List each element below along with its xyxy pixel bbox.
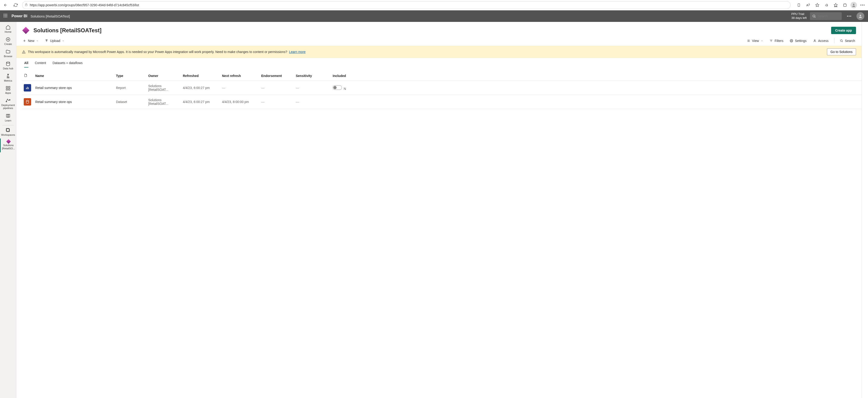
nav-home[interactable]: Home	[0, 23, 16, 35]
nav-current-workspace[interactable]: Solutions [RetailSO...	[0, 138, 16, 152]
more-options-icon[interactable]	[845, 12, 853, 20]
upload-icon	[45, 39, 48, 42]
search-icon	[840, 39, 843, 42]
nav-create[interactable]: Create	[0, 35, 16, 48]
cell-next-refresh: —	[220, 81, 259, 95]
nav-workspaces-label: Workspaces	[1, 133, 15, 136]
brand-label: Power BI	[11, 14, 27, 18]
favorites-icon[interactable]	[832, 1, 839, 9]
item-type-icon	[24, 84, 31, 92]
cell-name[interactable]: Retail summary store ops	[33, 95, 114, 109]
main-content: Solutions [RetailSOATest] Create app New…	[17, 22, 862, 398]
star-icon[interactable]	[814, 1, 821, 9]
svg-point-42	[840, 40, 842, 41]
filters-button[interactable]: Filters	[769, 38, 784, 43]
search-icon	[812, 14, 816, 18]
nav-browse[interactable]: Browse	[0, 48, 16, 60]
list-icon	[747, 39, 750, 42]
upload-button[interactable]: Upload	[44, 38, 65, 43]
table-row[interactable]: Retail summary store opsReportSolutions …	[22, 81, 862, 95]
cell-sensitivity: —	[294, 95, 331, 109]
svg-point-12	[813, 15, 815, 17]
col-sensitivity[interactable]: Sensitivity	[294, 71, 331, 81]
more-icon[interactable]	[859, 1, 866, 9]
read-aloud-icon[interactable]: A))	[804, 1, 812, 9]
settings-button[interactable]: Settings	[789, 38, 808, 43]
breadcrumb[interactable]: Solutions [RetailSOATest]	[30, 14, 70, 18]
col-endorsement[interactable]: Endorsement	[259, 71, 294, 81]
nav-home-label: Home	[5, 30, 11, 33]
toolbar: New Upload View Filters Settings	[17, 37, 862, 46]
nav-data-hub[interactable]: Data hub	[0, 60, 16, 72]
svg-rect-48	[28, 87, 29, 89]
nav-apps[interactable]: Apps	[0, 84, 16, 97]
nav-deployment-pipelines[interactable]: Deployment pipelines	[0, 97, 16, 112]
workspace-icon	[6, 139, 11, 144]
svg-marker-3	[834, 3, 838, 7]
chevron-down-icon	[36, 40, 38, 42]
tab-all[interactable]: All	[24, 61, 28, 68]
warning-icon	[22, 50, 26, 54]
tab-content[interactable]: Content	[35, 61, 46, 68]
svg-line-43	[842, 41, 843, 42]
go-to-solutions-button[interactable]: Go to Solutions	[827, 48, 856, 55]
nav-metrics[interactable]: Metrics	[0, 72, 16, 84]
col-refreshed[interactable]: Refreshed	[181, 71, 220, 81]
svg-point-15	[849, 16, 849, 16]
url-input[interactable]	[30, 3, 788, 7]
cell-type: Dataset	[114, 95, 146, 109]
learn-more-link[interactable]: Learn more	[289, 50, 306, 54]
tab-datasets-dataflows[interactable]: Datasets + dataflows	[53, 61, 83, 68]
svg-point-16	[850, 16, 851, 16]
col-included[interactable]: Included	[331, 71, 862, 81]
cell-endorsement: —	[259, 95, 294, 109]
svg-rect-0	[25, 4, 27, 6]
svg-rect-23	[8, 87, 10, 88]
refresh-button[interactable]	[12, 1, 19, 9]
app-mode-icon[interactable]	[795, 1, 803, 9]
table-row[interactable]: Retail summary store opsDatasetSolutions…	[22, 95, 862, 109]
nav-workspaces[interactable]: Workspaces	[0, 126, 16, 138]
account-avatar[interactable]	[857, 12, 864, 20]
cell-included[interactable]: N	[331, 81, 862, 95]
create-app-button[interactable]: Create app	[831, 27, 856, 34]
right-sidebar-collapsed	[862, 22, 868, 398]
col-name[interactable]: Name	[33, 71, 114, 81]
svg-point-9	[860, 5, 861, 5]
svg-point-41	[814, 40, 815, 41]
svg-point-8	[853, 4, 855, 5]
svg-rect-22	[6, 87, 8, 88]
cell-included[interactable]	[331, 95, 862, 109]
nav-learn[interactable]: Learn	[0, 112, 16, 124]
banner-text: This workspace is automatically managed …	[28, 50, 287, 54]
col-next-refresh[interactable]: Next refresh	[220, 71, 259, 81]
svg-point-49	[26, 100, 29, 101]
included-toggle[interactable]	[333, 85, 342, 90]
cell-type: Report	[114, 81, 146, 95]
view-button[interactable]: View	[746, 38, 764, 43]
cell-name[interactable]: Retail summary store ops	[33, 81, 114, 95]
col-type[interactable]: Type	[114, 71, 146, 81]
extensions-icon[interactable]	[823, 1, 830, 9]
nav-current-ws-label-2: [RetailSO...	[2, 147, 15, 150]
url-bar[interactable]	[22, 1, 790, 9]
access-button[interactable]: Access	[812, 38, 830, 43]
info-banner: This workspace is automatically managed …	[17, 46, 862, 58]
search-button[interactable]: Search	[839, 38, 856, 43]
new-button[interactable]: New	[22, 38, 39, 43]
col-owner[interactable]: Owner	[146, 71, 181, 81]
nav-current-ws-label-1: Solutions	[2, 144, 15, 147]
gear-icon	[790, 39, 793, 42]
collections-icon[interactable]	[841, 1, 849, 9]
global-search-input[interactable]	[818, 14, 836, 18]
svg-rect-1	[798, 4, 800, 6]
svg-point-11	[864, 5, 865, 5]
back-button[interactable]	[2, 1, 9, 9]
cell-owner: Solutions [RetailSOAT...	[146, 95, 181, 109]
svg-line-13	[815, 17, 815, 18]
svg-point-10	[862, 5, 863, 5]
global-search[interactable]	[810, 12, 842, 20]
profile-avatar[interactable]	[850, 2, 857, 8]
app-topbar: Power BI Solutions [RetailSOATest] PPU T…	[0, 10, 868, 22]
app-launcher-icon[interactable]	[4, 14, 8, 19]
